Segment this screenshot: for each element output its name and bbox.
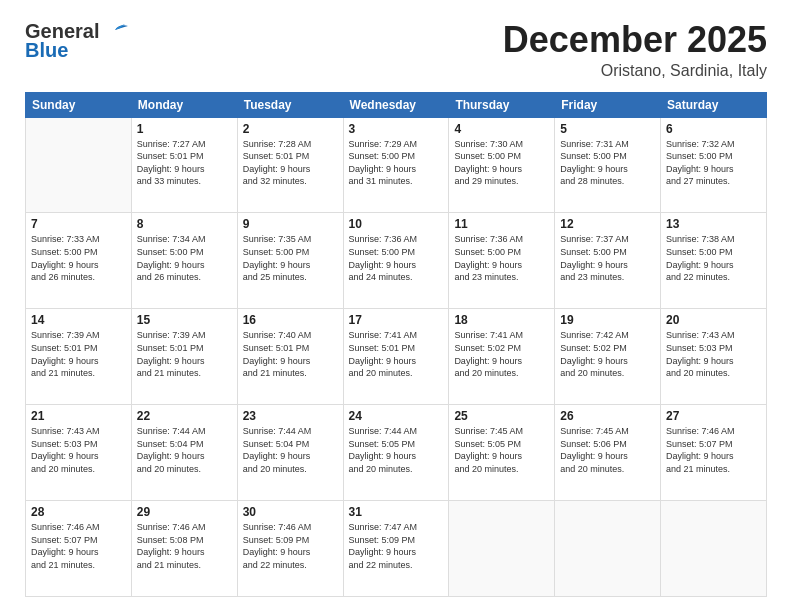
- day-number: 17: [349, 313, 444, 327]
- day-info: Sunrise: 7:42 AM Sunset: 5:02 PM Dayligh…: [560, 329, 655, 379]
- day-info: Sunrise: 7:35 AM Sunset: 5:00 PM Dayligh…: [243, 233, 338, 283]
- day-info: Sunrise: 7:37 AM Sunset: 5:00 PM Dayligh…: [560, 233, 655, 283]
- day-cell: 4Sunrise: 7:30 AM Sunset: 5:00 PM Daylig…: [449, 117, 555, 213]
- day-cell: 29Sunrise: 7:46 AM Sunset: 5:08 PM Dayli…: [131, 501, 237, 597]
- day-number: 2: [243, 122, 338, 136]
- header: General Blue December 2025 Oristano, Sar…: [25, 20, 767, 80]
- week-row-2: 14Sunrise: 7:39 AM Sunset: 5:01 PM Dayli…: [26, 309, 767, 405]
- day-number: 15: [137, 313, 232, 327]
- day-number: 26: [560, 409, 655, 423]
- day-number: 22: [137, 409, 232, 423]
- day-number: 25: [454, 409, 549, 423]
- day-number: 4: [454, 122, 549, 136]
- day-cell: 27Sunrise: 7:46 AM Sunset: 5:07 PM Dayli…: [661, 405, 767, 501]
- day-info: Sunrise: 7:45 AM Sunset: 5:06 PM Dayligh…: [560, 425, 655, 475]
- day-cell: 6Sunrise: 7:32 AM Sunset: 5:00 PM Daylig…: [661, 117, 767, 213]
- day-info: Sunrise: 7:31 AM Sunset: 5:00 PM Dayligh…: [560, 138, 655, 188]
- day-number: 13: [666, 217, 761, 231]
- day-info: Sunrise: 7:29 AM Sunset: 5:00 PM Dayligh…: [349, 138, 444, 188]
- day-cell: [661, 501, 767, 597]
- day-cell: 28Sunrise: 7:46 AM Sunset: 5:07 PM Dayli…: [26, 501, 132, 597]
- day-number: 28: [31, 505, 126, 519]
- day-cell: 14Sunrise: 7:39 AM Sunset: 5:01 PM Dayli…: [26, 309, 132, 405]
- header-wednesday: Wednesday: [343, 92, 449, 117]
- header-tuesday: Tuesday: [237, 92, 343, 117]
- week-row-1: 7Sunrise: 7:33 AM Sunset: 5:00 PM Daylig…: [26, 213, 767, 309]
- day-info: Sunrise: 7:30 AM Sunset: 5:00 PM Dayligh…: [454, 138, 549, 188]
- day-info: Sunrise: 7:47 AM Sunset: 5:09 PM Dayligh…: [349, 521, 444, 571]
- header-friday: Friday: [555, 92, 661, 117]
- week-row-3: 21Sunrise: 7:43 AM Sunset: 5:03 PM Dayli…: [26, 405, 767, 501]
- day-number: 18: [454, 313, 549, 327]
- week-row-0: 1Sunrise: 7:27 AM Sunset: 5:01 PM Daylig…: [26, 117, 767, 213]
- day-cell: 8Sunrise: 7:34 AM Sunset: 5:00 PM Daylig…: [131, 213, 237, 309]
- day-number: 27: [666, 409, 761, 423]
- main-title: December 2025: [503, 20, 767, 60]
- day-info: Sunrise: 7:38 AM Sunset: 5:00 PM Dayligh…: [666, 233, 761, 283]
- day-number: 31: [349, 505, 444, 519]
- day-cell: 10Sunrise: 7:36 AM Sunset: 5:00 PM Dayli…: [343, 213, 449, 309]
- day-cell: 19Sunrise: 7:42 AM Sunset: 5:02 PM Dayli…: [555, 309, 661, 405]
- day-cell: 22Sunrise: 7:44 AM Sunset: 5:04 PM Dayli…: [131, 405, 237, 501]
- day-cell: 30Sunrise: 7:46 AM Sunset: 5:09 PM Dayli…: [237, 501, 343, 597]
- day-info: Sunrise: 7:40 AM Sunset: 5:01 PM Dayligh…: [243, 329, 338, 379]
- day-cell: 2Sunrise: 7:28 AM Sunset: 5:01 PM Daylig…: [237, 117, 343, 213]
- header-thursday: Thursday: [449, 92, 555, 117]
- day-cell: 15Sunrise: 7:39 AM Sunset: 5:01 PM Dayli…: [131, 309, 237, 405]
- day-info: Sunrise: 7:46 AM Sunset: 5:07 PM Dayligh…: [666, 425, 761, 475]
- day-cell: [26, 117, 132, 213]
- day-info: Sunrise: 7:41 AM Sunset: 5:01 PM Dayligh…: [349, 329, 444, 379]
- day-info: Sunrise: 7:45 AM Sunset: 5:05 PM Dayligh…: [454, 425, 549, 475]
- day-cell: 12Sunrise: 7:37 AM Sunset: 5:00 PM Dayli…: [555, 213, 661, 309]
- day-info: Sunrise: 7:34 AM Sunset: 5:00 PM Dayligh…: [137, 233, 232, 283]
- day-cell: 7Sunrise: 7:33 AM Sunset: 5:00 PM Daylig…: [26, 213, 132, 309]
- weekday-header-row: Sunday Monday Tuesday Wednesday Thursday…: [26, 92, 767, 117]
- day-info: Sunrise: 7:39 AM Sunset: 5:01 PM Dayligh…: [31, 329, 126, 379]
- subtitle: Oristano, Sardinia, Italy: [503, 62, 767, 80]
- page: General Blue December 2025 Oristano, Sar…: [0, 0, 792, 612]
- header-monday: Monday: [131, 92, 237, 117]
- day-cell: 21Sunrise: 7:43 AM Sunset: 5:03 PM Dayli…: [26, 405, 132, 501]
- logo: General Blue: [25, 20, 129, 62]
- day-cell: 16Sunrise: 7:40 AM Sunset: 5:01 PM Dayli…: [237, 309, 343, 405]
- day-info: Sunrise: 7:46 AM Sunset: 5:08 PM Dayligh…: [137, 521, 232, 571]
- day-number: 30: [243, 505, 338, 519]
- day-cell: 11Sunrise: 7:36 AM Sunset: 5:00 PM Dayli…: [449, 213, 555, 309]
- day-number: 29: [137, 505, 232, 519]
- day-info: Sunrise: 7:46 AM Sunset: 5:09 PM Dayligh…: [243, 521, 338, 571]
- day-cell: 26Sunrise: 7:45 AM Sunset: 5:06 PM Dayli…: [555, 405, 661, 501]
- day-number: 20: [666, 313, 761, 327]
- day-info: Sunrise: 7:28 AM Sunset: 5:01 PM Dayligh…: [243, 138, 338, 188]
- title-block: December 2025 Oristano, Sardinia, Italy: [503, 20, 767, 80]
- day-number: 23: [243, 409, 338, 423]
- day-number: 21: [31, 409, 126, 423]
- header-saturday: Saturday: [661, 92, 767, 117]
- calendar: Sunday Monday Tuesday Wednesday Thursday…: [25, 92, 767, 597]
- day-cell: 17Sunrise: 7:41 AM Sunset: 5:01 PM Dayli…: [343, 309, 449, 405]
- day-number: 5: [560, 122, 655, 136]
- day-info: Sunrise: 7:36 AM Sunset: 5:00 PM Dayligh…: [349, 233, 444, 283]
- day-number: 24: [349, 409, 444, 423]
- day-cell: 24Sunrise: 7:44 AM Sunset: 5:05 PM Dayli…: [343, 405, 449, 501]
- week-row-4: 28Sunrise: 7:46 AM Sunset: 5:07 PM Dayli…: [26, 501, 767, 597]
- day-cell: 5Sunrise: 7:31 AM Sunset: 5:00 PM Daylig…: [555, 117, 661, 213]
- day-number: 14: [31, 313, 126, 327]
- day-cell: 3Sunrise: 7:29 AM Sunset: 5:00 PM Daylig…: [343, 117, 449, 213]
- header-sunday: Sunday: [26, 92, 132, 117]
- day-cell: 20Sunrise: 7:43 AM Sunset: 5:03 PM Dayli…: [661, 309, 767, 405]
- day-cell: 13Sunrise: 7:38 AM Sunset: 5:00 PM Dayli…: [661, 213, 767, 309]
- day-cell: 18Sunrise: 7:41 AM Sunset: 5:02 PM Dayli…: [449, 309, 555, 405]
- day-number: 9: [243, 217, 338, 231]
- day-number: 6: [666, 122, 761, 136]
- day-info: Sunrise: 7:32 AM Sunset: 5:00 PM Dayligh…: [666, 138, 761, 188]
- day-info: Sunrise: 7:36 AM Sunset: 5:00 PM Dayligh…: [454, 233, 549, 283]
- day-cell: 25Sunrise: 7:45 AM Sunset: 5:05 PM Dayli…: [449, 405, 555, 501]
- day-cell: 9Sunrise: 7:35 AM Sunset: 5:00 PM Daylig…: [237, 213, 343, 309]
- day-number: 16: [243, 313, 338, 327]
- day-cell: [449, 501, 555, 597]
- day-cell: [555, 501, 661, 597]
- day-number: 19: [560, 313, 655, 327]
- day-info: Sunrise: 7:41 AM Sunset: 5:02 PM Dayligh…: [454, 329, 549, 379]
- day-info: Sunrise: 7:43 AM Sunset: 5:03 PM Dayligh…: [666, 329, 761, 379]
- day-info: Sunrise: 7:43 AM Sunset: 5:03 PM Dayligh…: [31, 425, 126, 475]
